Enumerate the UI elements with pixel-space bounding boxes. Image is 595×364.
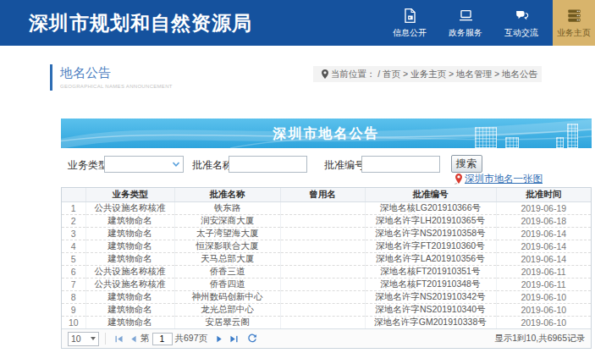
cell-former-name [280,290,365,303]
cell-date: 2019-06-19 [496,201,591,214]
nav-item-label: 业务主页 [557,27,591,39]
results-table: 业务类型批准名称曾用名批准编号批准时间 1公共设施名称核准铁东路深地名核LG20… [62,188,591,328]
approved-name-input[interactable] [229,156,307,173]
next-page-button[interactable] [213,333,226,345]
cell-former-name [280,265,365,278]
last-page-button[interactable] [228,333,240,345]
cell-date: 2019-06-10 [496,316,591,328]
cell-former-name [280,214,365,227]
cell-no: 5 [62,252,85,265]
pagination-bar: 10 第 共697页 [62,328,591,348]
nav-item-label: 政务服务 [449,27,482,39]
cell-date: 2019-06-18 [496,214,591,227]
prev-page-button[interactable] [127,333,140,345]
cell-name: 恒深影联合大厦 [174,240,280,252]
cell-former-name [280,201,365,214]
search-button[interactable]: 搜索 [451,155,482,173]
cell-type: 公共设施名称核准 [85,201,174,214]
page-subtitle: GEOGRAPHICAL NAMES ANNOUNCEMENT [60,84,173,89]
document-icon [401,8,418,25]
cell-date: 2019-06-10 [496,290,591,303]
nav-item-interaction[interactable]: 互动交流 [497,0,546,46]
cell-date: 2019-06-14 [496,227,591,240]
cell-former-name [280,240,365,252]
cell-type: 建筑物命名 [85,227,174,240]
stack-icon [565,8,582,25]
cell-type: 建筑物命名 [85,214,174,227]
cell-code: 深地名核FT201910351号 [365,265,496,278]
cell-code: 深地名许字NS201910358号 [365,227,496,240]
cell-date: 2019-06-14 [496,252,591,265]
cell-code: 深地名许字LH201910365号 [365,214,496,227]
cell-name: 龙光总部中心 [174,303,280,316]
chevron-down-icon [91,337,96,340]
nav-item-gov-services[interactable]: 政务服务 [441,0,490,46]
cell-former-name [280,227,365,240]
table-header-row: 业务类型批准名称曾用名批准编号批准时间 [62,188,591,201]
table-row[interactable]: 10建筑物命名安居翠云阁深地名许字GM201910338号2019-06-10 [62,316,591,328]
table-row[interactable]: 1公共设施名称核准铁东路深地名核LG201910366号2019-06-19 [62,201,591,214]
divider [105,333,106,345]
cell-no: 9 [62,303,85,316]
cell-no: 3 [62,227,85,240]
cell-type: 建筑物命名 [85,290,174,303]
cell-date: 2019-06-10 [496,303,591,316]
page-size-value: 10 [71,334,81,344]
cell-code: 深地名许字FT201910360号 [365,240,496,252]
cell-name: 侨香三道 [174,265,280,278]
table-row[interactable]: 8建筑物命名神州数码创新中心深地名许字NS201910342号2019-06-1… [62,290,591,303]
chat-icon [513,8,530,25]
results-grid: 业务类型批准名称曾用名批准编号批准时间 1公共设施名称核准铁东路深地名核LG20… [61,187,592,349]
table-row[interactable]: 7公共设施名称核准侨香四道深地名核FT201910348号2019-06-11 [62,278,591,290]
table-row[interactable]: 4建筑物命名恒深影联合大厦深地名许字FT201910360号2019-06-14 [62,240,591,252]
col-header-name: 批准名称 [174,188,280,201]
map-link-row: 深圳市地名一张图 [61,174,592,185]
header-nav: 信息公开政务服务互动交流业务主页 [385,0,595,46]
nav-item-info-disclosure[interactable]: 信息公开 [385,0,434,46]
cell-date: 2019-06-11 [496,278,591,290]
col-header-code: 批准编号 [365,188,496,201]
monitor-icon [457,8,474,25]
cell-type: 建筑物命名 [85,240,174,252]
cell-former-name [280,252,365,265]
cell-name: 太子湾望海大厦 [174,227,280,240]
cell-code: 深地名许字GM201910338号 [365,316,496,328]
cell-former-name [280,303,365,316]
cell-name: 安居翠云阁 [174,316,280,328]
map-pin-icon [455,174,463,185]
cell-code: 深地名核LG201910366号 [365,201,496,214]
col-header-date: 批准时间 [496,188,591,201]
nav-item-business-home[interactable]: 业务主页 [553,0,595,46]
total-pages: 共697页 [175,333,208,345]
cell-no: 1 [62,201,85,214]
nav-item-label: 互动交流 [504,27,538,39]
refresh-button[interactable] [245,333,258,345]
table-row[interactable]: 5建筑物命名天马总部大厦深地名许字LA201910356号2019-06-14 [62,252,591,265]
map-link[interactable]: 深圳市地名一张图 [465,173,543,185]
site-title: 深圳市规划和自然资源局 [29,10,252,36]
cell-type: 建筑物命名 [85,303,174,316]
current-page-input[interactable] [152,333,173,345]
table-body: 1公共设施名称核准铁东路深地名核LG201910366号2019-06-192建… [62,201,591,328]
cell-no: 2 [62,214,85,227]
cell-type: 建筑物命名 [85,316,174,328]
cell-no: 10 [62,316,85,328]
table-row[interactable]: 3建筑物命名太子湾望海大厦深地名许字NS201910358号2019-06-14 [62,227,591,240]
table-row[interactable]: 2建筑物命名润安深商大厦深地名许字LH201910365号2019-06-18 [62,214,591,227]
col-header-row-number [62,188,85,201]
cell-name: 天马总部大厦 [174,252,280,265]
table-row[interactable]: 9建筑物命名龙光总部中心深地名许字NS201910340号2019-06-10 [62,303,591,316]
first-page-button[interactable] [113,333,125,345]
site-header: 深圳市规划和自然资源局 信息公开政务服务互动交流业务主页 [0,0,595,46]
approval-code-input[interactable] [361,156,440,173]
cell-former-name [280,278,365,290]
table-row[interactable]: 6公共设施名称核准侨香三道深地名核FT201910351号2019-06-11 [62,265,591,278]
breadcrumb-label: 当前位置： [331,69,376,80]
breadcrumb-path[interactable]: / 首页 > 业务主页 > 地名管理 > 地名公告 [377,69,537,80]
cell-type: 公共设施名称核准 [85,265,174,278]
page-size-select[interactable]: 10 [68,332,99,346]
cell-type: 公共设施名称核准 [85,278,174,290]
business-type-select[interactable] [104,156,184,173]
page-prefix: 第 [140,333,150,345]
col-header-former-name: 曾用名 [280,188,365,201]
